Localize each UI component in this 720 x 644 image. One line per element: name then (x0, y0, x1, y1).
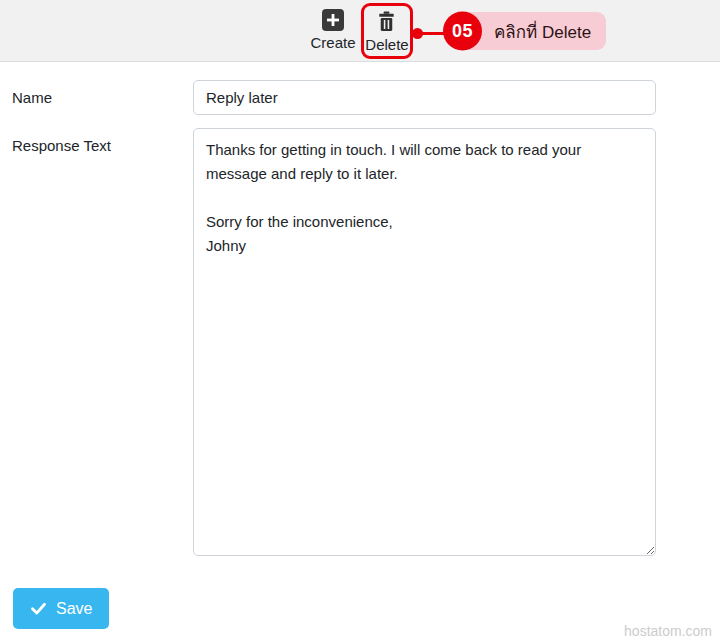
plus-square-icon (322, 9, 344, 31)
trash-icon (375, 10, 398, 33)
step-number-badge: 05 (443, 12, 482, 51)
toolbar: Create Delete 05 คลิกที่ Delete (0, 0, 720, 62)
name-label: Name (12, 89, 52, 106)
create-button[interactable]: Create (308, 9, 358, 51)
watermark: hostatom.com (624, 623, 712, 639)
delete-annotation-box: Delete (361, 3, 413, 59)
create-button-label: Create (310, 34, 355, 51)
delete-button[interactable]: Delete (365, 10, 408, 53)
annotation-callout: 05 คลิกที่ Delete (451, 12, 606, 50)
name-input[interactable] (193, 80, 656, 115)
page: { "toolbar": { "create": { "label": "Cre… (0, 0, 720, 644)
response-text-area[interactable]: Thanks for getting in touch. I will come… (193, 128, 656, 556)
check-icon (30, 600, 47, 617)
response-text-label: Response Text (12, 137, 111, 154)
save-button[interactable]: Save (13, 588, 109, 629)
annotation-label: คลิกที่ Delete (494, 18, 591, 45)
delete-button-label: Delete (365, 36, 408, 53)
save-button-label: Save (56, 600, 92, 618)
